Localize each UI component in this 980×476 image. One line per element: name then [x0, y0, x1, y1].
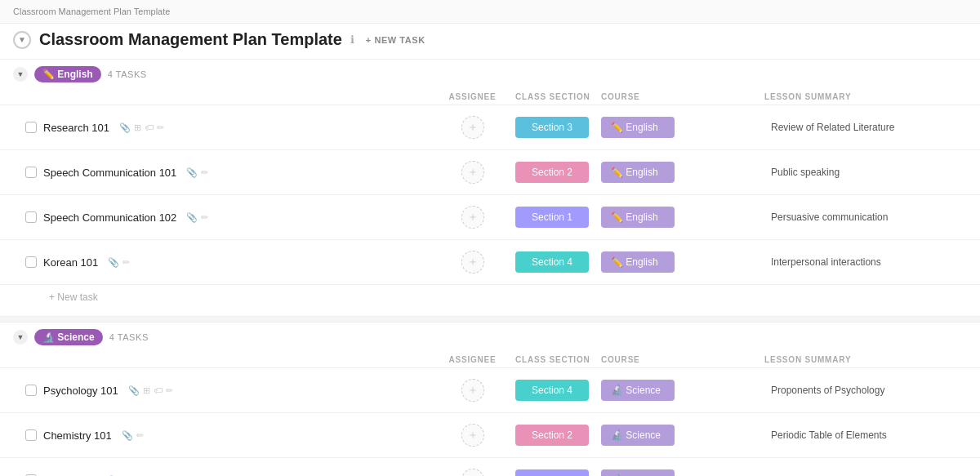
attachment-icon[interactable]: 📎 — [119, 122, 131, 133]
attachment-icon[interactable]: 📎 — [108, 257, 119, 268]
task-name: Korean 101 — [43, 256, 98, 269]
task-checkbox[interactable] — [25, 429, 37, 441]
assignee-avatar[interactable]: ＋ — [461, 116, 484, 139]
group-badge-science[interactable]: 🔬 Science — [34, 329, 103, 345]
table-container: ▼ ✏️ English 4 TASKS ASSIGNEE CLASS SECT… — [0, 60, 980, 476]
lesson-cell: Public speaking — [764, 167, 980, 178]
course-badge[interactable]: 🔬 Science — [601, 469, 675, 476]
table-row: ⠿ Speech Communication 101 📎 ✏ ＋ Section… — [0, 150, 980, 195]
course-badge[interactable]: 🔬 Science — [601, 380, 675, 401]
col-lesson-summary: LESSON SUMMARY — [764, 355, 980, 364]
assignee-avatar[interactable]: ＋ — [461, 379, 484, 402]
section-cell: Section 4 — [515, 380, 601, 401]
course-cell: 🔬 Science — [601, 469, 764, 476]
header-new-task-button[interactable]: + NEW TASK — [366, 35, 425, 45]
task-checkbox[interactable] — [25, 256, 37, 268]
section-badge[interactable]: Section 1 — [515, 207, 589, 228]
breadcrumb: Classroom Management Plan Template — [0, 0, 980, 24]
table-row: ⠿ Korean 101 📎 ✏ ＋ Section 4 ✏️ English … — [0, 240, 980, 285]
attachment-icon[interactable]: 📎 — [186, 167, 198, 178]
assignee-cell: ＋ — [430, 251, 515, 274]
assignee-cell: ＋ — [430, 161, 515, 184]
course-cell: ✏️ English — [601, 162, 764, 183]
section-badge[interactable]: Section 2 — [515, 162, 589, 183]
collapse-icon[interactable]: ▼ — [13, 31, 31, 49]
table-row: ⠿ Biology 101 📎 ✏ ＋ Section 1 🔬 Science … — [0, 458, 980, 476]
task-name: Chemistry 101 — [43, 429, 112, 442]
col-course: COURSE — [601, 355, 764, 364]
task-checkbox[interactable] — [25, 167, 37, 178]
section-badge[interactable]: Section 2 — [515, 425, 589, 446]
course-cell: ✏️ English — [601, 251, 764, 273]
task-checkbox[interactable] — [25, 211, 37, 223]
section-cell: Section 4 — [515, 251, 601, 273]
col-class-section: CLASS SECTION — [515, 92, 601, 101]
course-badge[interactable]: ✏️ English — [601, 117, 675, 138]
attachment-icon[interactable]: 📎 — [186, 212, 198, 223]
attachment-icon[interactable]: 📎 — [122, 430, 133, 441]
group-separator — [0, 316, 980, 323]
task-checkbox[interactable] — [25, 122, 37, 133]
section-cell: Section 1 — [515, 207, 601, 228]
group-header-science: ▼ 🔬 Science 4 TASKS — [0, 323, 980, 352]
edit-icon[interactable]: ✏ — [201, 167, 208, 178]
column-headers-english: ASSIGNEE CLASS SECTION COURSE LESSON SUM… — [0, 89, 980, 105]
group-badge-english[interactable]: ✏️ English — [34, 66, 101, 82]
attachment-icon[interactable]: 📎 — [128, 385, 140, 396]
section-badge[interactable]: Section 4 — [515, 380, 589, 401]
subtask-icon[interactable]: ⊞ — [143, 385, 150, 396]
tag-icon[interactable]: 🏷 — [145, 122, 154, 132]
task-icons: 📎 ✏ — [186, 167, 208, 178]
assignee-avatar[interactable]: ＋ — [461, 469, 484, 476]
edit-icon[interactable]: ✏ — [136, 430, 144, 441]
group-collapse-science[interactable]: ▼ — [13, 330, 28, 345]
task-icons: 📎 ✏ — [186, 212, 208, 223]
tag-icon[interactable]: 🏷 — [154, 385, 163, 395]
table-row: ⠿ Research 101 📎 ⊞🏷 ✏ ＋ Section 3 ✏️ Eng… — [0, 105, 980, 150]
group-task-count-english: 4 TASKS — [108, 69, 147, 79]
table-row: ⠿ Speech Communication 102 📎 ✏ ＋ Section… — [0, 195, 980, 240]
task-left-0-1: ⠿ Speech Communication 101 📎 ✏ — [13, 167, 430, 179]
task-icons: 📎 ⊞🏷 ✏ — [119, 122, 164, 133]
edit-icon[interactable]: ✏ — [201, 212, 208, 223]
course-cell: ✏️ English — [601, 117, 764, 138]
col-task-name — [13, 92, 430, 101]
course-badge[interactable]: 🔬 Science — [601, 425, 675, 446]
assignee-cell: ＋ — [430, 206, 515, 229]
edit-icon[interactable]: ✏ — [166, 385, 173, 396]
assignee-avatar[interactable]: ＋ — [461, 424, 484, 447]
section-badge[interactable]: Section 3 — [515, 117, 589, 138]
col-task-name — [13, 355, 430, 364]
section-badge[interactable]: Section 4 — [515, 251, 589, 273]
new-task-button-english[interactable]: + New task — [0, 285, 980, 316]
task-icons: 📎 ⊞🏷 ✏ — [128, 385, 173, 396]
col-lesson-summary: LESSON SUMMARY — [764, 92, 980, 101]
group-header-english: ▼ ✏️ English 4 TASKS — [0, 60, 980, 89]
group-task-count-science: 4 TASKS — [109, 332, 149, 342]
task-icons: 📎 ✏ — [122, 430, 144, 441]
page-title: Classroom Management Plan Template — [39, 30, 342, 49]
info-icon[interactable]: ℹ — [350, 33, 354, 46]
course-badge[interactable]: ✏️ English — [601, 207, 675, 228]
section-badge[interactable]: Section 1 — [515, 469, 589, 476]
task-left-1-0: ⠿ Psychology 101 📎 ⊞🏷 ✏ — [13, 385, 430, 397]
course-badge[interactable]: ✏️ English — [601, 251, 675, 273]
assignee-avatar[interactable]: ＋ — [461, 206, 484, 229]
assignee-avatar[interactable]: ＋ — [461, 251, 484, 274]
col-assignee: ASSIGNEE — [430, 92, 515, 101]
edit-icon[interactable]: ✏ — [122, 257, 130, 268]
col-assignee: ASSIGNEE — [430, 355, 515, 364]
task-checkbox[interactable] — [25, 385, 37, 396]
lesson-cell: Proponents of Psychology — [764, 385, 980, 396]
lesson-cell: Interpersonal interactions — [764, 256, 980, 268]
table-row: ⠿ Psychology 101 📎 ⊞🏷 ✏ ＋ Section 4 🔬 Sc… — [0, 368, 980, 413]
lesson-cell: Periodic Table of Elements — [764, 429, 980, 441]
section-cell: Section 1 — [515, 469, 601, 476]
subtask-icon[interactable]: ⊞ — [134, 122, 141, 133]
assignee-avatar[interactable]: ＋ — [461, 161, 484, 184]
task-name: Speech Communication 102 — [43, 211, 176, 224]
course-cell: ✏️ English — [601, 207, 764, 228]
course-badge[interactable]: ✏️ English — [601, 162, 675, 183]
group-collapse-english[interactable]: ▼ — [13, 67, 28, 82]
edit-icon[interactable]: ✏ — [157, 122, 164, 133]
